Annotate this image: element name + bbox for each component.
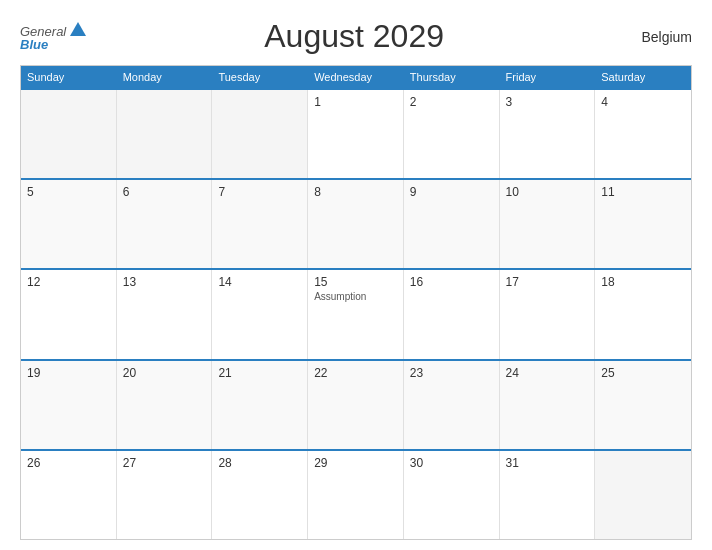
cal-cell: 25: [595, 361, 691, 449]
holiday-label: Assumption: [314, 291, 397, 302]
week-row-2: 5 6 7 8 9 10 11: [21, 178, 691, 268]
cal-cell: 18: [595, 270, 691, 358]
cal-cell: 24: [500, 361, 596, 449]
month-title: August 2029: [86, 18, 622, 55]
cal-cell: 31: [500, 451, 596, 539]
cal-cell: 17: [500, 270, 596, 358]
week-row-5: 26 27 28 29 30 31: [21, 449, 691, 539]
cal-cell: 8: [308, 180, 404, 268]
cal-cell: 6: [117, 180, 213, 268]
logo-triangle-icon: [70, 22, 86, 36]
cal-cell: 27: [117, 451, 213, 539]
header: General Blue August 2029 Belgium: [20, 18, 692, 55]
cal-cell: 2: [404, 90, 500, 178]
cal-cell: 22: [308, 361, 404, 449]
cal-cell: 10: [500, 180, 596, 268]
logo-block: General Blue: [20, 22, 86, 51]
cal-cell: [21, 90, 117, 178]
cal-cell: 12: [21, 270, 117, 358]
logo: General Blue: [20, 22, 86, 51]
cal-cell: 9: [404, 180, 500, 268]
cal-cell: 23: [404, 361, 500, 449]
cal-cell: 14: [212, 270, 308, 358]
cal-cell: 26: [21, 451, 117, 539]
cal-cell: 21: [212, 361, 308, 449]
cal-cell: 28: [212, 451, 308, 539]
logo-blue-text: Blue: [20, 38, 48, 51]
col-sunday: Sunday: [21, 66, 117, 88]
week-row-4: 19 20 21 22 23 24 25: [21, 359, 691, 449]
col-wednesday: Wednesday: [308, 66, 404, 88]
calendar-header-row: Sunday Monday Tuesday Wednesday Thursday…: [21, 66, 691, 88]
cal-cell: [117, 90, 213, 178]
week-row-1: 1 2 3 4: [21, 88, 691, 178]
cal-cell: 4: [595, 90, 691, 178]
col-saturday: Saturday: [595, 66, 691, 88]
cal-cell: 3: [500, 90, 596, 178]
cal-cell: 30: [404, 451, 500, 539]
col-monday: Monday: [117, 66, 213, 88]
cal-cell: 7: [212, 180, 308, 268]
page: General Blue August 2029 Belgium Sunday …: [0, 0, 712, 550]
cal-cell: 1: [308, 90, 404, 178]
country-label: Belgium: [622, 29, 692, 45]
col-thursday: Thursday: [404, 66, 500, 88]
cal-cell: 29: [308, 451, 404, 539]
week-row-3: 12 13 14 15 Assumption 16 17 18: [21, 268, 691, 358]
col-friday: Friday: [500, 66, 596, 88]
cal-cell: [212, 90, 308, 178]
cal-cell: 20: [117, 361, 213, 449]
cal-cell: 11: [595, 180, 691, 268]
cal-cell: [595, 451, 691, 539]
cal-cell: 5: [21, 180, 117, 268]
cal-cell: 13: [117, 270, 213, 358]
cal-cell-assumption: 15 Assumption: [308, 270, 404, 358]
cal-cell: 16: [404, 270, 500, 358]
calendar: Sunday Monday Tuesday Wednesday Thursday…: [20, 65, 692, 540]
cal-cell: 19: [21, 361, 117, 449]
col-tuesday: Tuesday: [212, 66, 308, 88]
